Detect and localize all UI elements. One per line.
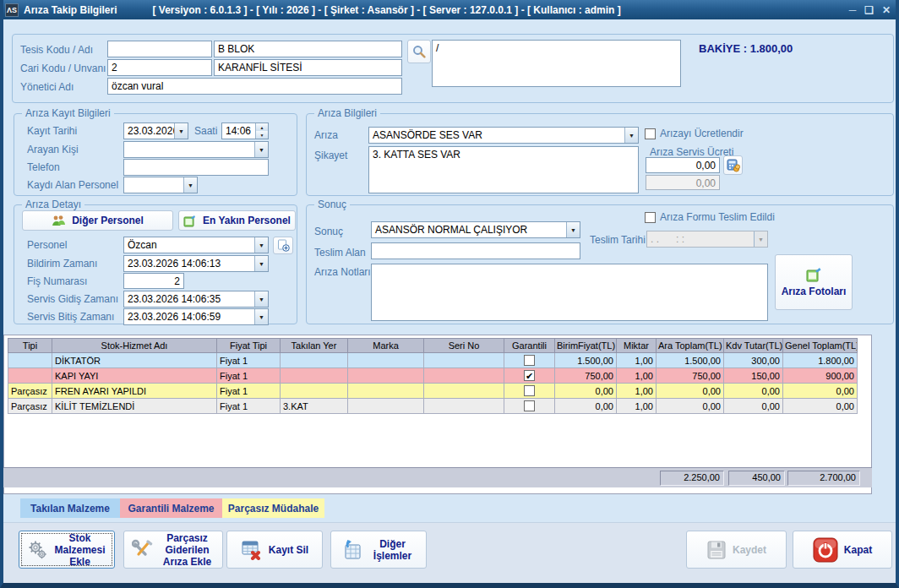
facility-notes-field[interactable]: / (432, 40, 681, 87)
legend-parcasiz-mudahale[interactable]: Parçasız Müdahale (222, 498, 324, 518)
add-personel-button[interactable] (273, 237, 293, 254)
spin-down-icon[interactable]: ▼ (256, 131, 268, 139)
en-yakin-personel-button[interactable]: En Yakın Personel (178, 210, 296, 231)
chevron-down-icon[interactable]: ▼ (254, 142, 268, 157)
diger-personel-button[interactable]: Diğer Personel (22, 210, 173, 231)
servis-ucreti-field[interactable]: 0,00 (646, 157, 720, 173)
chevron-down-icon[interactable]: ▼ (183, 177, 197, 193)
chevron-down-icon[interactable]: ▼ (254, 309, 268, 324)
tools-icon (132, 539, 154, 561)
fis-field[interactable]: 2 (123, 273, 184, 289)
chevron-down-icon[interactable]: ▼ (254, 291, 268, 307)
column-header-11[interactable]: Genel Toplam(TL) (783, 339, 858, 353)
stok-malzemesi-ekle-button[interactable]: Stok Malzemesi Ekle (19, 531, 115, 569)
maximize-icon[interactable]: ❑ (864, 5, 874, 15)
gidis-combo[interactable]: 23.03.2026 14:06:35▼ (123, 291, 269, 308)
saati-spinner[interactable]: 14:06 ▲▼ (221, 122, 269, 139)
garantili-checkbox[interactable] (524, 400, 535, 411)
items-grid: TipiStok-Hizmet AdıFiyat TipiTakılan Yer… (8, 338, 858, 414)
gears-icon (28, 540, 48, 560)
table-row[interactable]: KAPI YAYIFiyat 1✔750,001,00750,00150,009… (8, 368, 858, 384)
minimize-icon[interactable]: ─ (849, 5, 857, 15)
parcasiz-ekle-button[interactable]: Parçasız Giderilen Arıza Ekle (123, 531, 223, 569)
diger-islemler-button[interactable]: Diğer İşlemler (330, 531, 427, 569)
search-button[interactable] (407, 40, 431, 63)
column-header-4[interactable]: Marka (348, 339, 424, 353)
saati-label: Saati (194, 125, 217, 137)
calculate-fee-button[interactable] (723, 155, 743, 175)
save-floppy-icon (706, 540, 727, 560)
kaydet-button: Kaydet (686, 531, 787, 569)
chevron-down-icon[interactable]: ▼ (254, 237, 268, 253)
bildirim-combo[interactable]: 23.03.2026 14:06:13▼ (123, 255, 269, 272)
kayit-sil-button[interactable]: Kayıt Sil (226, 531, 323, 569)
sonuc-combo[interactable]: ASANSÖR NORMAL ÇALIŞIYOR▼ (371, 221, 580, 238)
cell-garantili (504, 399, 555, 414)
cell-genel_toplam: 0,00 (783, 384, 858, 399)
cari-kodu-field[interactable]: 2 (107, 59, 212, 76)
cell-seri_no (424, 399, 504, 414)
column-header-5[interactable]: Seri No (424, 339, 504, 353)
table-row[interactable]: ParçasızFREN AYARI YAPILDIFiyat 10,001,0… (8, 384, 858, 399)
kayit-tarihi-combo[interactable]: 23.03.2026▼ (123, 122, 188, 139)
legend-garantili-malzeme[interactable]: Garantili Malzeme (120, 498, 222, 518)
ariza-kayit-legend: Arıza Kayıt Bilgileri (22, 107, 114, 119)
yonetici-field[interactable]: özcan vural (107, 78, 402, 95)
sikayet-field[interactable]: 3. KATTA SES VAR (368, 146, 639, 193)
personel-label: Personel (27, 239, 67, 251)
cell-kdv: 150,00 (724, 368, 783, 384)
arayan-combo[interactable]: ▼ (123, 141, 269, 158)
en-yakin-personel-label: En Yakın Personel (203, 215, 291, 226)
ariza-notlari-field[interactable] (371, 264, 768, 321)
teslim-alan-field[interactable] (371, 242, 580, 259)
column-header-6[interactable]: Garantili (504, 339, 555, 353)
column-header-7[interactable]: BirimFiyat(TL) (555, 339, 617, 353)
chevron-down-icon[interactable]: ▼ (624, 128, 638, 143)
photos-icon (805, 267, 822, 282)
chevron-down-icon[interactable]: ▼ (174, 123, 188, 139)
tesis-kodu-field[interactable] (107, 41, 212, 57)
cari-unvani-field[interactable]: KARANFİL SİTESİ (214, 59, 402, 76)
kapat-button[interactable]: Kapat (793, 531, 892, 569)
spin-up-icon[interactable]: ▲ (256, 123, 268, 131)
genel-toplam-total: 2.700,00 (787, 471, 860, 486)
bitis-combo[interactable]: 23.03.2026 14:06:59▼ (123, 308, 269, 325)
chevron-down-icon[interactable]: ▼ (566, 222, 580, 237)
ariza-combo[interactable]: ASANSÖRDE SES VAR▼ (368, 127, 639, 144)
column-header-2[interactable]: Fiyat Tipi (217, 339, 281, 353)
column-header-3[interactable]: Takılan Yer (281, 339, 348, 353)
column-header-8[interactable]: Miktar (617, 339, 657, 353)
diger-personel-label: Diğer Personel (72, 215, 144, 226)
cell-marka (348, 353, 424, 368)
table-row[interactable]: DİKTATÖRFiyat 11.500,001,001.500,00300,0… (8, 353, 858, 368)
column-header-0[interactable]: Tipi (8, 339, 52, 353)
column-header-1[interactable]: Stok-Hizmet Adı (52, 339, 217, 353)
cari-label: Cari Kodu / Unvanı (20, 63, 106, 74)
cell-tipi (8, 353, 52, 368)
ucretlendir-checkbox[interactable] (645, 128, 656, 139)
cell-ad: DİKTATÖR (52, 353, 217, 368)
garantili-checkbox[interactable] (524, 355, 535, 366)
column-header-9[interactable]: Ara Toplam(TL) (657, 339, 724, 353)
cell-takilan_yer: 3.KAT (281, 399, 348, 414)
ariza-fotolari-button[interactable]: Arıza Fotoları (775, 254, 853, 310)
garantili-checkbox[interactable]: ✔ (524, 370, 535, 381)
kaydi-alan-combo[interactable]: ▼ (123, 177, 198, 193)
cell-fiyat_tipi: Fiyat 1 (217, 368, 281, 384)
cell-kdv: 0,00 (724, 384, 783, 399)
chevron-down-icon[interactable]: ▼ (254, 256, 268, 271)
sikayet-label: Şikayet (314, 150, 347, 161)
cell-tipi: Parçasız (8, 384, 52, 399)
tesis-adi-field[interactable]: B BLOK (214, 41, 402, 57)
cell-marka (348, 368, 424, 384)
personel-combo[interactable]: Özcan▼ (123, 237, 269, 253)
close-icon[interactable]: ✕ (882, 5, 891, 15)
legend-takilan-malzeme[interactable]: Takılan Malzeme (20, 498, 120, 518)
telefon-field[interactable] (123, 159, 269, 176)
yonetici-label: Yönetici Adı (20, 81, 74, 93)
form-teslim-checkbox[interactable] (645, 212, 656, 223)
garantili-checkbox[interactable] (524, 385, 535, 396)
table-row[interactable]: ParçasızKİLİT TEMİZLENDİFiyat 13.KAT0,00… (8, 399, 858, 414)
column-header-10[interactable]: Kdv Tutar(TL) (724, 339, 783, 353)
telefon-label: Telefon (27, 161, 60, 173)
